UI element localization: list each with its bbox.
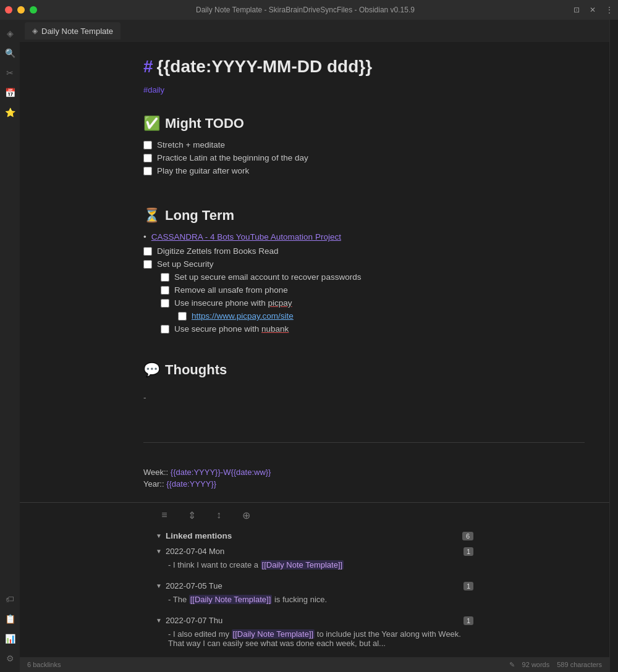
sidebar-icon-list[interactable]: 📋 — [1, 610, 19, 628]
checkbox-digitize[interactable] — [143, 247, 152, 256]
checkbox-guitar[interactable] — [143, 167, 152, 175]
status-bar: 6 backlinks ✎ 92 words 589 characters — [20, 657, 609, 672]
mention-group-date-1: 2022-07-04 Mon — [166, 547, 224, 556]
year-line: Year:: {{date:YYYY}} — [143, 479, 585, 489]
checkbox-picpay[interactable] — [161, 299, 169, 308]
todo-item-picpay[interactable]: Use insecure phone with picpay — [161, 298, 585, 308]
mention-group-badge-3: 1 — [464, 616, 473, 625]
sidebar-icon-search[interactable]: 🔍 — [1, 44, 19, 62]
mention-item-2: - The [[Daily Note Template]] is fucking… — [156, 593, 473, 606]
todo-item-latin[interactable]: Practice Latin at the beginning of the d… — [143, 153, 585, 162]
checkbox-security[interactable] — [143, 260, 152, 269]
minimize-button[interactable] — [17, 6, 25, 14]
sidebar-icon-tag[interactable]: 🏷 — [1, 590, 19, 608]
year-value[interactable]: {{date:YYYY}} — [166, 479, 216, 489]
edit-icon[interactable]: ✎ — [509, 661, 515, 669]
todo-item-picpay-link[interactable]: https://www.picpay.com/site — [178, 311, 585, 321]
mention-group-header-3[interactable]: ▼ 2022-07-07 Thu 1 — [156, 613, 473, 628]
mention-group-header-1[interactable]: ▼ 2022-07-04 Mon 1 — [156, 544, 473, 558]
year-label: Year:: — [143, 479, 164, 489]
todo-item-unsafe[interactable]: Remove all unsafe from phone — [161, 285, 585, 295]
backlinks-status[interactable]: 6 backlinks — [27, 661, 61, 668]
mentions-chevron-icon: ▼ — [156, 532, 162, 539]
char-count: 589 characters — [557, 661, 602, 668]
todo-item-security[interactable]: Set up Security — [143, 259, 585, 269]
long-term-title: Long Term — [165, 208, 234, 224]
cassandra-link[interactable]: CASSANDRA - 4 Bots YouTube Automation Pr… — [151, 232, 341, 242]
bottom-links: Week:: {{date:YYYY}}-W{{date:ww}} Year::… — [143, 468, 585, 491]
toolbar-list-btn[interactable]: ≡ — [156, 506, 173, 524]
week-value[interactable]: {{date:YYYY}}-W{{date:ww}} — [171, 468, 271, 477]
window-action-close[interactable]: ✕ — [590, 6, 596, 14]
picpay-url[interactable]: https://www.picpay.com/site — [192, 311, 294, 321]
main-content[interactable]: # {{date:YYYY-MM-DD ddd}} #daily ✅ Might… — [20, 42, 609, 502]
todo-item-digitize[interactable]: Digitize Zettels from Books Read — [143, 246, 585, 256]
status-bar-right: ✎ 92 words 589 characters — [509, 661, 602, 669]
cassandra-link-item: • CASSANDRA - 4 Bots YouTube Automation … — [143, 232, 585, 242]
todo-item-nubank[interactable]: Use secure phone with nubank — [161, 324, 585, 334]
content-divider — [143, 442, 585, 443]
checkbox-picpay-link[interactable] — [178, 312, 187, 321]
checkbox-nubank[interactable] — [161, 325, 169, 334]
sidebar-icon-file[interactable]: ◈ — [1, 25, 19, 42]
right-sidebar — [609, 20, 618, 672]
tab-bar: ◈ Daily Note Template — [20, 20, 609, 42]
checkbox-latin[interactable] — [143, 154, 152, 162]
mention-group-title-3: ▼ 2022-07-07 Thu — [156, 616, 222, 625]
bullet-dot: • — [143, 232, 146, 242]
mention-group-2: ▼ 2022-07-05 Tue 1 - The [[Daily Note Te… — [156, 579, 473, 606]
checkbox-unsafe[interactable] — [161, 286, 169, 295]
status-bar-left: 6 backlinks — [27, 661, 61, 668]
titlebar: Daily Note Template - SkiraBrainDriveSyn… — [0, 0, 618, 20]
bottom-panel: ≡ ⇕ ↕ ⊕ ▼ Linked mentions 6 — [20, 502, 609, 657]
group1-chevron-icon: ▼ — [156, 548, 162, 555]
mention-group-badge-1: 1 — [464, 547, 473, 556]
highlight-3[interactable]: [[Daily Note Template]] — [232, 629, 315, 639]
group2-chevron-icon: ▼ — [156, 582, 162, 589]
toolbar-search-btn[interactable]: ⊕ — [237, 506, 255, 524]
todo-item-stretch[interactable]: Stretch + meditate — [143, 140, 585, 149]
todo-item-email[interactable]: Set up secure email account to recover p… — [161, 272, 585, 282]
highlight-2[interactable]: [[Daily Note Template]] — [189, 595, 273, 604]
thoughts-emoji: 💬 — [143, 362, 160, 378]
sidebar-icon-star[interactable]: ⭐ — [1, 104, 19, 121]
sidebar-icon-calendar[interactable]: 📅 — [1, 84, 19, 101]
toolbar-sort-btn[interactable]: ⇕ — [183, 506, 200, 524]
todo-item-guitar[interactable]: Play the guitar after work — [143, 166, 585, 175]
todo-label-latin: Practice Latin at the beginning of the d… — [157, 153, 308, 162]
linked-mentions: ▼ Linked mentions 6 ▼ 2022-07-04 Mon 1 — [20, 527, 609, 657]
todo-label-email: Set up secure email account to recover p… — [174, 272, 361, 282]
window-action-share[interactable]: ⊡ — [574, 6, 580, 14]
might-todo-title: Might TODO — [165, 116, 244, 132]
window-title: Daily Note Template - SkiraBrainDriveSyn… — [37, 6, 574, 14]
might-todo-emoji: ✅ — [143, 116, 160, 132]
highlight-1[interactable]: [[Daily Note Template]] — [261, 560, 344, 569]
checkbox-stretch[interactable] — [143, 141, 152, 149]
thoughts-content[interactable]: - — [143, 393, 585, 430]
mentions-header[interactable]: ▼ Linked mentions 6 — [156, 527, 473, 544]
win-action-controls[interactable]: ⊡ ✕ ⋮ — [574, 6, 613, 14]
mention-group-title-2: ▼ 2022-07-05 Tue — [156, 581, 222, 590]
todo-label-unsafe: Remove all unsafe from phone — [174, 285, 288, 295]
note-tag[interactable]: #daily — [143, 85, 585, 94]
note-heading: # {{date:YYYY-MM-DD ddd}} — [143, 57, 585, 77]
window-action-menu[interactable]: ⋮ — [606, 6, 613, 14]
note-title-text: {{date:YYYY-MM-DD ddd}} — [157, 57, 372, 77]
window-controls[interactable] — [5, 6, 37, 14]
mention-group-header-2[interactable]: ▼ 2022-07-05 Tue 1 — [156, 579, 473, 593]
mention-group-date-2: 2022-07-05 Tue — [166, 581, 222, 590]
close-button[interactable] — [5, 6, 12, 14]
maximize-button[interactable] — [30, 6, 37, 14]
tab-file-icon: ◈ — [32, 27, 38, 35]
picpay-text: picpay — [268, 298, 292, 308]
toolbar-expand-btn[interactable]: ↕ — [210, 506, 227, 524]
mention-group-title-1: ▼ 2022-07-04 Mon — [156, 547, 224, 556]
tab-daily-note[interactable]: ◈ Daily Note Template — [25, 22, 121, 40]
sidebar-icon-scissors[interactable]: ✂ — [1, 64, 19, 82]
sidebar-icon-settings[interactable]: ⚙ — [1, 650, 19, 667]
sidebar-icon-graph[interactable]: 📊 — [1, 630, 19, 647]
app-layout: ◈ 🔍 ✂ 📅 ⭐ 🏷 📋 📊 ⚙ ◈ Daily Note Template … — [0, 20, 618, 672]
mention-group-3: ▼ 2022-07-07 Thu 1 - I also edited my [[… — [156, 613, 473, 650]
todo-label-picpay: Use insecure phone with picpay — [174, 298, 292, 308]
checkbox-email[interactable] — [161, 273, 169, 282]
